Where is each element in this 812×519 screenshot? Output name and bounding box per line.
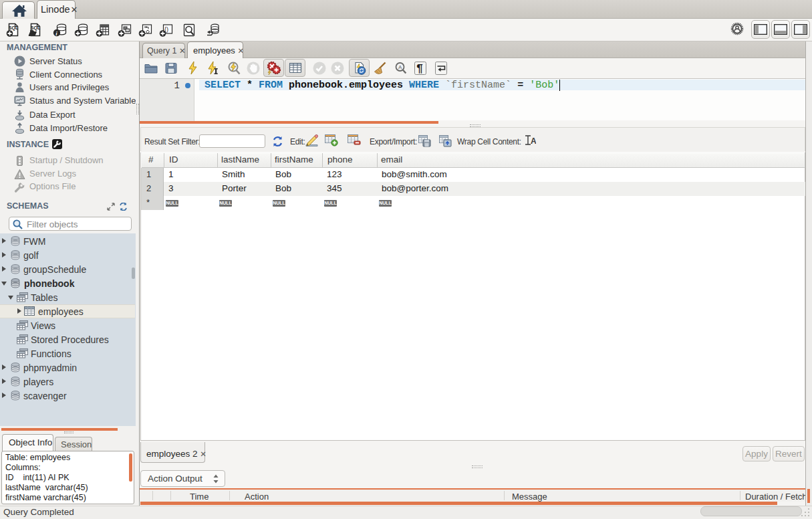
- svg-text:SQL: SQL: [9, 25, 19, 31]
- svg-text:¶: ¶: [416, 62, 422, 75]
- svg-text:A: A: [531, 136, 536, 145]
- svg-text:SQL: SQL: [31, 25, 41, 31]
- svg-text:A: A: [398, 64, 402, 70]
